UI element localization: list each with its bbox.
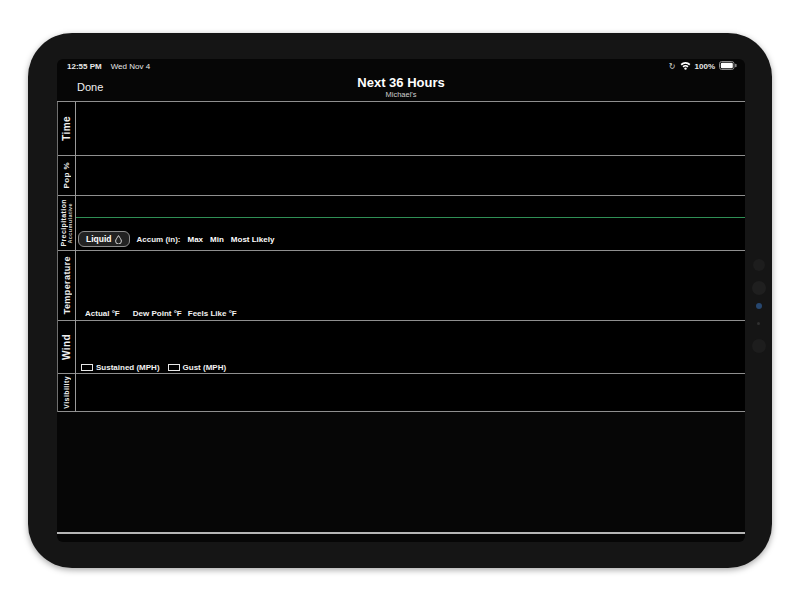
row-label-time: Time: [58, 102, 75, 156]
precipitation-band: Liquid Accum (in): Max Min Most Likely: [76, 196, 745, 251]
status-time: 12:55 PM: [67, 62, 102, 71]
pop-band: [76, 156, 745, 196]
forecast-scroll-area[interactable]: Liquid Accum (in): Max Min Most Likely: [76, 102, 745, 412]
forecast-table: Time Pop % PrecipitationAccumulative Tem…: [57, 101, 745, 412]
page: 12:55 PM Wed Nov 4 ↻ 100%: [0, 0, 800, 601]
dew-marker-icon: [126, 311, 131, 316]
wifi-icon: [680, 61, 691, 72]
accum-label: Accum (in):: [137, 235, 181, 244]
camera-dot-icon: [757, 322, 760, 325]
legend-min: Min: [210, 235, 224, 244]
bottom-divider: [57, 532, 745, 534]
actual-marker-icon: [78, 311, 83, 316]
nav-bar: Done Next 36 Hours Michael's: [57, 75, 745, 101]
row-label-wind: Wind: [58, 321, 75, 374]
camera-dot-icon: [756, 303, 762, 309]
visibility-band: [76, 374, 745, 412]
row-label-visibility: Visibility: [58, 374, 75, 412]
legend-sustained: Sustained (MPH): [81, 363, 160, 372]
legend-gust: Gust (MPH): [168, 363, 227, 372]
location-subtitle: Michael's: [57, 90, 745, 99]
time-band: [76, 102, 745, 156]
legend-feels-like: Feels Like °F: [188, 309, 237, 318]
ipad-device-frame: 12:55 PM Wed Nov 4 ↻ 100%: [28, 33, 772, 568]
camera-lens-icon: [752, 339, 766, 353]
status-bar: 12:55 PM Wed Nov 4 ↻ 100%: [57, 59, 745, 75]
sustained-swatch-icon: [81, 364, 93, 371]
row-label-precipitation: PrecipitationAccumulative: [58, 196, 75, 251]
screen: 12:55 PM Wed Nov 4 ↻ 100%: [57, 59, 745, 542]
orientation-lock-icon: ↻: [669, 62, 676, 71]
liquid-toggle-button[interactable]: Liquid: [78, 231, 130, 247]
status-date: Wed Nov 4: [111, 62, 150, 71]
legend-dew: Dew Point °F: [126, 309, 182, 318]
row-label-temperature: Temperature: [58, 251, 75, 321]
gust-swatch-icon: [168, 364, 180, 371]
row-label-pop: Pop %: [58, 156, 75, 196]
row-labels-column: Time Pop % PrecipitationAccumulative Tem…: [57, 102, 76, 412]
legend-actual: Actual °F: [78, 309, 120, 318]
page-title: Next 36 Hours: [57, 76, 745, 90]
temperature-band: Actual °F Dew Point °F Feels Like °F: [76, 251, 745, 321]
camera-lens-icon: [753, 259, 765, 271]
wind-band: Sustained (MPH) Gust (MPH): [76, 321, 745, 374]
legend-max: Max: [188, 235, 204, 244]
precip-zero-line: [76, 217, 745, 218]
droplet-icon: [115, 235, 122, 244]
camera-lens-icon: [752, 281, 766, 295]
battery-icon: [719, 61, 737, 72]
battery-percent: 100%: [695, 62, 715, 71]
legend-most-likely: Most Likely: [231, 235, 275, 244]
